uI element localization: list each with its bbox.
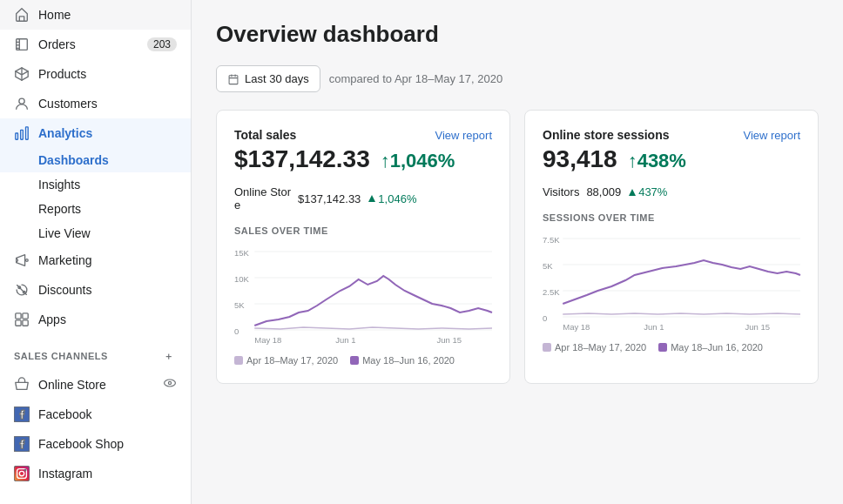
sidebar-sub-item-dashboards[interactable]: Dashboards <box>0 148 191 172</box>
sessions-legend-prev: Apr 18–May 17, 2020 <box>543 342 646 353</box>
sidebar-item-orders-label: Orders <box>38 37 76 51</box>
sidebar-item-products[interactable]: Products <box>0 59 191 89</box>
sessions-change: ↑438% <box>628 150 686 172</box>
total-sales-value: $137,142.33 <box>234 145 370 173</box>
sidebar-item-facebook-shop[interactable]: Facebook Shop <box>0 429 191 459</box>
sidebar-sub-item-reports[interactable]: Reports <box>0 197 191 221</box>
sidebar-item-marketing-label: Marketing <box>38 253 91 267</box>
sidebar-item-discounts[interactable]: Discounts <box>0 275 191 305</box>
svg-text:May 18: May 18 <box>563 323 590 332</box>
sessions-legend-curr-label: May 18–Jun 16, 2020 <box>671 342 763 353</box>
discounts-icon <box>14 282 30 298</box>
sales-legend-prev-dot <box>234 356 243 365</box>
sessions-legend: Apr 18–May 17, 2020 May 18–Jun 16, 2020 <box>543 342 800 353</box>
sidebar-item-analytics-label: Analytics <box>38 126 92 140</box>
sidebar-item-apps-label: Apps <box>38 312 66 326</box>
sessions-chart-title: SESSIONS OVER TIME <box>543 212 800 223</box>
svg-text:10K: 10K <box>234 275 250 284</box>
svg-rect-11 <box>23 320 28 326</box>
sidebar: Home Orders 203 Products Customers Analy… <box>0 0 192 504</box>
sales-chart-title: SALES OVER TIME <box>234 225 492 236</box>
sessions-view-report[interactable]: View report <box>743 129 800 142</box>
cards-row: Total sales View report $137,142.33 ↑1,0… <box>216 110 819 384</box>
svg-point-12 <box>165 380 176 386</box>
sidebar-item-customers-label: Customers <box>38 97 98 111</box>
total-sales-sub-change: 1,046% <box>368 192 416 205</box>
date-filter-button[interactable]: Last 30 days <box>216 65 320 92</box>
svg-text:Jun 15: Jun 15 <box>437 336 462 345</box>
sidebar-sub-item-insights-label: Insights <box>38 178 80 192</box>
sessions-value: 93,418 <box>543 145 617 173</box>
facebook-shop-icon <box>14 436 30 452</box>
svg-text:Jun 1: Jun 1 <box>335 336 355 345</box>
products-icon <box>14 66 30 82</box>
svg-text:0: 0 <box>543 314 547 323</box>
sidebar-item-facebook-label: Facebook <box>38 407 91 421</box>
sessions-sub-value: 88,009 <box>586 185 621 198</box>
sessions-card: Online store sessions View report 93,418… <box>524 110 819 384</box>
sidebar-item-products-label: Products <box>38 67 86 81</box>
sidebar-item-online-store[interactable]: Online Store <box>0 369 191 400</box>
sidebar-item-facebook[interactable]: Facebook <box>0 400 191 429</box>
svg-text:5K: 5K <box>234 301 245 310</box>
sidebar-sub-item-reports-label: Reports <box>38 202 81 216</box>
svg-text:7.5K: 7.5K <box>543 236 560 245</box>
svg-text:0: 0 <box>234 327 239 336</box>
sidebar-item-instagram[interactable]: Instagram <box>0 459 191 488</box>
sessions-legend-curr-dot <box>658 343 667 352</box>
sidebar-item-marketing[interactable]: Marketing <box>0 245 191 275</box>
store-icon <box>14 377 30 393</box>
total-sales-card: Total sales View report $137,142.33 ↑1,0… <box>216 110 510 384</box>
svg-point-1 <box>19 98 24 104</box>
total-sales-big-row: $137,142.33 ↑1,046% <box>234 145 492 173</box>
svg-point-5 <box>26 259 29 262</box>
sidebar-item-orders[interactable]: Orders 203 <box>0 30 191 59</box>
sidebar-sub-item-dashboards-label: Dashboards <box>38 153 109 167</box>
orders-badge: 203 <box>147 37 177 51</box>
sidebar-item-online-store-label: Online Store <box>38 378 106 392</box>
total-sales-header: Total sales View report <box>234 128 492 142</box>
svg-point-13 <box>168 381 171 384</box>
online-store-eye-icon[interactable] <box>163 376 177 393</box>
sidebar-item-analytics[interactable]: Analytics <box>0 118 191 148</box>
svg-rect-20 <box>229 75 238 84</box>
sidebar-item-apps[interactable]: Apps <box>0 305 191 334</box>
sidebar-item-instagram-label: Instagram <box>38 467 92 480</box>
main-content: Overview dashboard Last 30 days compared… <box>192 0 843 504</box>
sales-legend-curr: May 18–Jun 16, 2020 <box>350 355 455 366</box>
add-sales-channel-button[interactable]: ＋ <box>161 348 177 364</box>
sessions-chart: 7.5K 5K 2.5K 0 May 18 Jun 1 Jun 15 <box>543 230 800 337</box>
sessions-big-row: 93,418 ↑438% <box>543 145 800 173</box>
analytics-icon <box>14 125 30 141</box>
sales-legend-prev: Apr 18–May 17, 2020 <box>234 355 338 366</box>
svg-rect-10 <box>16 320 21 326</box>
svg-rect-3 <box>21 130 24 139</box>
svg-text:May 18: May 18 <box>254 336 281 345</box>
total-sales-sub-row: Online Store $137,142.33 1,046% <box>234 185 492 212</box>
sidebar-sub-item-insights[interactable]: Insights <box>0 172 191 197</box>
svg-rect-16 <box>14 466 30 481</box>
total-sales-title: Total sales <box>234 128 296 142</box>
sidebar-item-home[interactable]: Home <box>0 0 191 30</box>
sessions-sub-row: Visitors 88,009 437% <box>543 185 800 198</box>
sessions-sub-change: 437% <box>628 185 667 198</box>
sales-legend-prev-label: Apr 18–May 17, 2020 <box>246 355 338 366</box>
instagram-icon <box>14 466 30 481</box>
sidebar-sub-item-liveview[interactable]: Live View <box>0 221 191 245</box>
facebook-icon <box>14 407 30 422</box>
sales-channels-section: SALES CHANNELS ＋ <box>0 334 191 369</box>
sales-chart: 15K 10K 5K 0 May 18 Jun 1 Jun 15 <box>234 243 492 350</box>
customers-icon <box>14 96 30 111</box>
apps-icon <box>14 312 30 327</box>
svg-point-19 <box>24 469 25 470</box>
compare-text: compared to Apr 18–May 17, 2020 <box>329 72 502 85</box>
sidebar-item-facebook-shop-label: Facebook Shop <box>38 437 124 451</box>
svg-text:Jun 15: Jun 15 <box>745 323 771 332</box>
page-title: Overview dashboard <box>216 21 819 48</box>
total-sales-view-report[interactable]: View report <box>435 129 492 142</box>
sidebar-item-customers[interactable]: Customers <box>0 89 191 118</box>
total-sales-sub-label: Online Store <box>234 185 291 212</box>
sales-channels-title: SALES CHANNELS <box>14 351 108 361</box>
marketing-icon <box>14 252 30 268</box>
svg-marker-33 <box>629 189 636 196</box>
